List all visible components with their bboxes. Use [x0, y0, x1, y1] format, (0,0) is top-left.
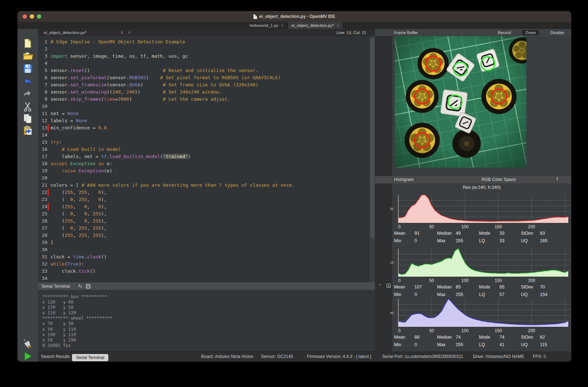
disable-button[interactable]: Disable: [547, 30, 567, 35]
code-text: sensor.reset() # Reset and initialize th…: [51, 67, 258, 74]
gutter-spacer: [48, 153, 49, 160]
resolution-label: Res (w:240, h:240): [392, 185, 571, 190]
gutter-spacer: [48, 232, 49, 239]
stats-row: Mean88Median74Mode74StDev62: [394, 333, 571, 341]
code-editor[interactable]: 1# Edge Impulse - OpenMV Object Detectio…: [38, 36, 375, 282]
code-line[interactable]: 14: [38, 132, 375, 139]
line-number: 15: [38, 139, 47, 146]
copy-button[interactable]: [22, 113, 33, 124]
save-log-icon[interactable]: [86, 284, 91, 289]
serial-terminal-header: Serial Terminal A: [38, 282, 375, 290]
save-file-button[interactable]: [22, 63, 33, 74]
tick-label: 100: [461, 328, 469, 333]
stat-value: 115: [540, 342, 571, 347]
gutter-spacer: [48, 253, 49, 261]
collapse-serial-icon[interactable]: ⌃: [378, 283, 381, 288]
code-line[interactable]: 24 (255, 0, 0),: [38, 203, 375, 210]
serial-line: ********** wheel **********: [42, 316, 375, 321]
code-line[interactable]: 12labels = None: [38, 117, 375, 124]
code-line[interactable]: 7sensor.set_framesize(sensor.QVGA) # Set…: [38, 81, 375, 89]
code-line[interactable]: 29]: [38, 239, 375, 246]
code-line[interactable]: 16 # Load built in model: [38, 146, 375, 153]
channel-axis-label: G: [390, 248, 394, 278]
line-number: 5: [38, 67, 47, 74]
code-line[interactable]: 17 labels, net = tf.load_builtin_model('…: [38, 153, 375, 160]
colorspace-dropdown-icon[interactable]: ▲▼: [556, 176, 558, 180]
undo-button[interactable]: [22, 77, 33, 87]
line-number: 4: [38, 60, 47, 67]
redo-button[interactable]: [22, 89, 33, 100]
code-line[interactable]: 18except Exception as e:: [38, 160, 375, 167]
code-line[interactable]: 1# Edge Impulse - OpenMV Object Detectio…: [38, 38, 375, 46]
code-line[interactable]: 28 (255, 255, 255),: [38, 232, 375, 239]
code-line[interactable]: 26 (255, 0, 255),: [38, 218, 375, 225]
code-text: import sensor, image, time, os, tf, math…: [51, 53, 188, 60]
code-line[interactable]: 23 ( 0, 255, 0),: [38, 196, 375, 203]
window-title: ei_object_detection.py - OpenMV IDE: [259, 14, 335, 19]
code-line[interactable]: 31clock = time.clock(): [38, 253, 375, 261]
close-window-button[interactable]: [23, 14, 27, 19]
file-switcher-icon[interactable]: ▲▼: [121, 31, 123, 34]
cut-button[interactable]: [22, 101, 33, 112]
status-serial-terminal[interactable]: Serial Terminal: [72, 354, 108, 361]
stat-value: 49: [456, 231, 479, 236]
code-line[interactable]: 5sensor.reset() # Reset and initialize t…: [38, 67, 375, 74]
connect-button[interactable]: [22, 338, 33, 348]
run-script-button[interactable]: [22, 351, 33, 362]
stat-label: Max: [437, 292, 456, 297]
text-encoding-icon[interactable]: A: [77, 283, 83, 289]
editor-close-icon[interactable]: ×: [128, 30, 131, 35]
tab-close-icon[interactable]: ×: [337, 23, 339, 28]
tick-label: 150: [495, 328, 502, 333]
code-text: clock.tick(): [51, 268, 95, 275]
code-line[interactable]: 10: [38, 103, 375, 110]
line-number: 22: [38, 189, 47, 196]
tab-helloworld[interactable]: helloworld_1.py ×: [246, 22, 287, 29]
editor-file-name: ei_object_detection.py*: [44, 30, 86, 35]
stat-value: 91: [414, 231, 437, 236]
open-file-button[interactable]: [22, 51, 33, 61]
histogram-chart: [394, 248, 570, 278]
code-line[interactable]: 32while(True):: [38, 261, 375, 268]
code-line[interactable]: 13min_confidence = 0.8: [38, 124, 375, 132]
editor-scrollbar[interactable]: [370, 36, 375, 282]
tab-close-icon[interactable]: ×: [281, 23, 283, 28]
line-number: 23: [38, 196, 47, 203]
code-line[interactable]: 4: [38, 60, 375, 67]
line-number: 11: [38, 110, 47, 117]
code-line[interactable]: 22 (255, 255, 0),: [38, 189, 375, 196]
code-text: sensor.set_pixformat(sensor.RGB565) # Se…: [51, 74, 281, 81]
code-line[interactable]: 33 clock.tick(): [38, 268, 375, 275]
popout-serial-icon[interactable]: [387, 283, 391, 288]
stat-value: 85: [499, 285, 521, 290]
new-file-button[interactable]: [22, 38, 33, 49]
code-line[interactable]: 8sensor.set_windowing((240, 240)) # Set …: [38, 89, 375, 96]
code-line[interactable]: 11net = None: [38, 110, 375, 117]
code-line[interactable]: 6sensor.set_pixformat(sensor.RGB565) # S…: [38, 74, 375, 81]
line-number: 2: [38, 46, 47, 53]
code-line[interactable]: 30: [38, 246, 375, 253]
stat-label: Median: [437, 231, 456, 236]
tab-ei-object-detection[interactable]: ei_object_detection.py* ×: [288, 22, 343, 29]
minimize-window-button[interactable]: [30, 14, 34, 19]
zoom-window-button[interactable]: [37, 14, 41, 19]
code-line[interactable]: 2: [38, 46, 375, 53]
code-line[interactable]: 9sensor.skip_frames(time=2000) # Let the…: [38, 96, 375, 103]
serial-terminal-output[interactable]: ********** box **********x 120 y 60x 170…: [38, 290, 375, 352]
zoom-button[interactable]: Zoom: [522, 30, 539, 35]
status-search-results[interactable]: Search Results: [41, 354, 70, 359]
code-line[interactable]: 34: [38, 275, 375, 282]
code-line[interactable]: 27 ( 0, 255, 255),: [38, 225, 375, 232]
code-text: labels, net = tf.load_builtin_model('tra…: [51, 153, 191, 160]
code-line[interactable]: 21colors = [ # Add more colors if you ar…: [38, 182, 375, 189]
gutter-spacer: [48, 96, 49, 103]
code-line[interactable]: 25 ( 0, 0, 255),: [38, 210, 375, 218]
stat-label: UQ: [521, 292, 540, 297]
code-line[interactable]: 19 raise Exception(e): [38, 167, 375, 175]
code-line[interactable]: 20: [38, 175, 375, 182]
paste-button[interactable]: [22, 125, 33, 136]
code-line[interactable]: 3import sensor, image, time, os, tf, mat…: [38, 53, 375, 60]
code-line[interactable]: 15try:: [38, 139, 375, 146]
record-button[interactable]: Record: [495, 30, 514, 35]
colorspace-select[interactable]: RGB Color Space: [461, 177, 536, 182]
